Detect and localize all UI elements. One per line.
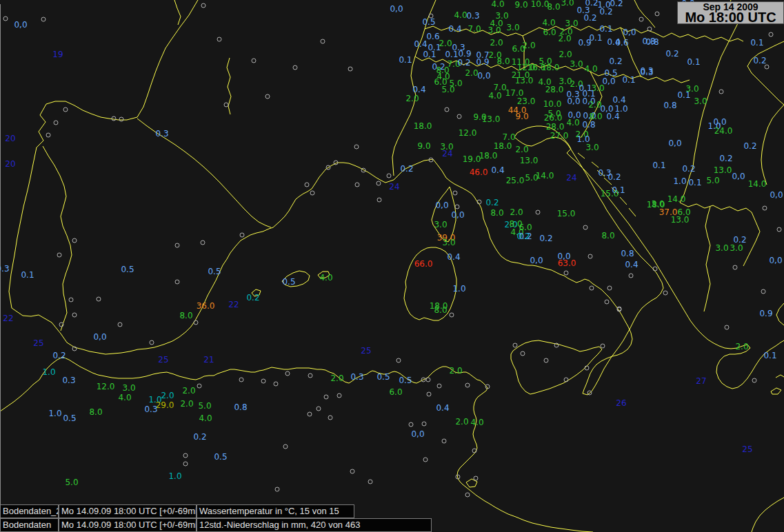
- station-value: 0.1: [423, 50, 436, 59]
- station-value: 0.4: [414, 39, 427, 49]
- station-marker-icon: [350, 469, 355, 474]
- station-value: 0.5: [121, 265, 134, 274]
- station-value: 4.0: [488, 91, 501, 101]
- station-marker-icon: [275, 487, 280, 492]
- station-marker-icon: [112, 116, 117, 121]
- station-marker-icon: [283, 444, 288, 449]
- station-value: 3.0: [122, 383, 135, 393]
- station-marker-icon: [564, 378, 569, 382]
- station-marker-icon: [355, 183, 360, 187]
- station-marker-icon: [150, 340, 154, 345]
- station-marker-icon: [409, 422, 414, 427]
- station-marker-icon: [387, 174, 392, 178]
- river-top-left: [174, 0, 181, 25]
- station-marker-icon: [59, 323, 64, 327]
- station-marker-icon: [175, 243, 180, 248]
- station-marker-icon: [334, 161, 339, 165]
- station-value: 2.0: [161, 391, 174, 400]
- station-value: 2.0: [455, 417, 468, 427]
- station-marker-icon: [429, 158, 434, 163]
- station-value: 18.0: [541, 63, 560, 72]
- station-marker-icon: [663, 291, 668, 296]
- station-marker-icon: [629, 274, 634, 278]
- station-marker-icon: [201, 3, 206, 8]
- station-value: 3.0: [715, 243, 728, 253]
- station-value: 21: [203, 355, 214, 365]
- station-value: 0.1: [599, 24, 612, 34]
- station-marker-icon: [456, 475, 461, 480]
- station-value: 0,0: [530, 256, 543, 265]
- station-marker-icon: [321, 39, 325, 44]
- station-value: 2.0: [510, 207, 523, 217]
- station-value: 0.6: [426, 32, 439, 41]
- station-value: 0,0: [411, 429, 424, 439]
- station-value: 0.5: [214, 452, 227, 462]
- station-marker-icon: [348, 67, 353, 72]
- station-value: 0,0: [390, 4, 403, 14]
- station-value: 0.2: [52, 351, 66, 360]
- station-value: 10.0: [543, 99, 562, 109]
- station-value: 0.1: [622, 75, 635, 85]
- station-value: 6.0: [543, 28, 556, 37]
- station-marker-icon: [361, 168, 366, 173]
- station-value: 28.0: [546, 122, 565, 132]
- station-value: 0,0: [93, 332, 106, 342]
- station-value: 0,0: [567, 96, 580, 106]
- statusbar-source: Bodendaten: [0, 518, 59, 532]
- station-value: 0.5: [422, 17, 435, 27]
- station-marker-icon: [457, 114, 462, 119]
- station-value: 29.0: [156, 400, 174, 410]
- station-value: 0,0: [668, 139, 681, 148]
- station-value: 0.2: [609, 57, 622, 66]
- station-value: 0.2: [485, 198, 499, 207]
- station-value: 0.1: [677, 90, 690, 100]
- station-marker-icon: [293, 65, 298, 70]
- station-marker-icon: [465, 493, 470, 498]
- station-marker-icon: [521, 351, 525, 356]
- station-marker-icon: [544, 358, 549, 363]
- station-value: 0.3: [350, 372, 363, 382]
- station-value: 2.0: [182, 386, 195, 396]
- station-value: 3.0: [488, 25, 501, 35]
- station-value: 9.0: [515, 112, 528, 121]
- station-value: 2.0: [490, 38, 503, 48]
- station-value: 4.0: [319, 273, 332, 283]
- station-value: 0.4: [612, 95, 625, 105]
- station-value: 22: [3, 314, 13, 323]
- station-value: 25: [742, 444, 752, 454]
- station-marker-icon: [423, 458, 428, 462]
- station-marker-icon: [69, 298, 74, 303]
- station-value: 3.0: [694, 96, 707, 106]
- station-value: 12.0: [97, 382, 115, 391]
- station-marker-icon: [761, 289, 766, 294]
- station-value: 3.0: [570, 59, 583, 69]
- station-value: 5.0: [198, 401, 211, 411]
- station-marker-icon: [252, 59, 257, 63]
- station-value: 14.0: [667, 194, 686, 204]
- station-value: 0.4: [412, 85, 425, 94]
- station-value: 66.0: [414, 259, 433, 269]
- station-value: 0.4: [448, 24, 461, 34]
- station-value: 2.0: [735, 342, 748, 351]
- station-value: 0.2: [665, 49, 679, 59]
- station-value: 63.0: [558, 258, 576, 268]
- station-value: 0.3: [640, 68, 653, 77]
- station-marker-icon: [607, 286, 612, 291]
- station-marker-icon: [477, 200, 482, 205]
- station-value: 22: [228, 300, 239, 309]
- station-marker-icon: [427, 392, 432, 397]
- weather-map-window[interactable]: 0,01920200.30,00.54.00.34.09.03.04.03.03…: [0, 0, 784, 532]
- station-value: 46.0: [470, 167, 488, 177]
- station-value: 7.0: [502, 132, 515, 142]
- station-value: 0.2: [682, 164, 695, 174]
- station-value: 8.0: [601, 231, 614, 241]
- station-value: 0.2: [457, 58, 470, 68]
- border-top-right: [634, 0, 655, 28]
- station-marker-icon: [175, 280, 180, 285]
- station-marker-icon: [605, 300, 610, 305]
- station-marker-icon: [194, 320, 199, 325]
- station-marker-icon: [536, 210, 541, 215]
- station-value: 9.0: [514, 0, 527, 10]
- border-ne-diagonal: [693, 12, 743, 167]
- station-value: 24: [566, 173, 576, 183]
